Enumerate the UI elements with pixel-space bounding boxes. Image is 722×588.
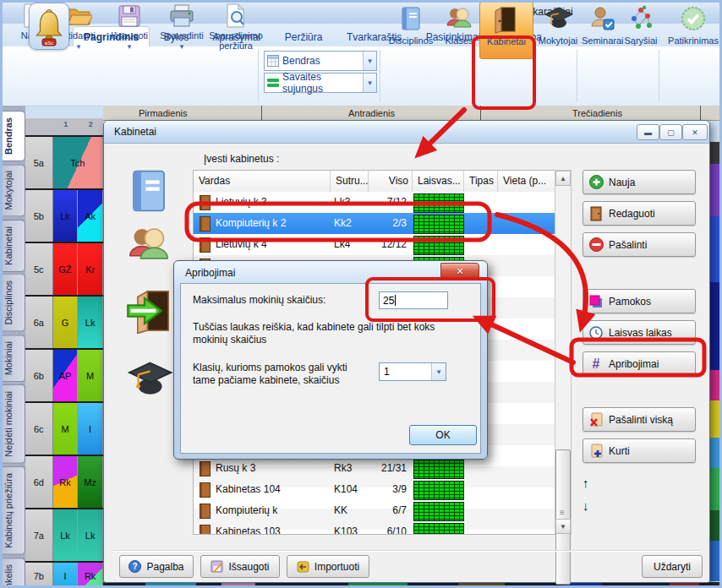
sidebar-tab-disciplinos[interactable]: Disciplinos xyxy=(3,274,25,332)
grid-cell[interactable]: I xyxy=(53,563,79,588)
seminarai-button[interactable]: Seminarai xyxy=(582,2,622,46)
ok-button[interactable]: OK xyxy=(409,425,477,445)
backdrop-bottom-strip xyxy=(103,582,719,588)
pasalinti-viska-button[interactable]: Pašalinti viską xyxy=(583,407,696,432)
free-slots-grid xyxy=(413,502,464,521)
kurti-button[interactable]: Kurti xyxy=(583,438,696,463)
col-tipas[interactable]: Tipas xyxy=(464,171,498,192)
grid-cell[interactable]: I xyxy=(78,403,103,455)
pagalba-button[interactable]: ? Pagalba xyxy=(119,555,194,578)
table-row[interactable]: Lietuvių k 3 Lk3 7/12 xyxy=(194,192,555,213)
weekday-header-strip: Pirmadienis Antradienis Trečiadienis xyxy=(103,106,722,121)
sidebar-tab-neideti-mokiniai[interactable]: Neįdėti mokiniai xyxy=(3,384,25,464)
classroom-table-header: Vardas Sutru... Viso Laisvas... Tipas Vi… xyxy=(194,171,555,193)
grid-cell[interactable]: M xyxy=(53,403,79,455)
minimize-button[interactable]: ▬ xyxy=(637,124,659,140)
open-dropdown-caret-icon[interactable] xyxy=(77,41,81,51)
kabinetai-dialog-titlebar[interactable]: Kabinetai xyxy=(104,121,709,144)
pasalinti-button[interactable]: Pašalinti xyxy=(583,232,696,257)
view-select-bendras[interactable]: Bendras xyxy=(264,51,377,71)
lessons-icon xyxy=(589,295,603,308)
save-dropdown-caret-icon[interactable] xyxy=(128,41,132,51)
sidebar-tab-mokytojai[interactable]: Mokytojai xyxy=(3,164,25,216)
app-menu-button[interactable]: aSc xyxy=(29,3,69,50)
scroll-down-icon[interactable]: ▼ xyxy=(555,519,571,534)
print-dropdown-caret-icon[interactable] xyxy=(180,41,184,51)
disciplinos-button[interactable]: Disciplinos xyxy=(383,2,439,46)
sidebar-tab-bendras[interactable]: Bendras xyxy=(3,111,25,161)
move-up-icon[interactable] xyxy=(583,476,589,490)
grid-cell[interactable]: M xyxy=(78,350,103,401)
bendras-dropdown-caret-icon[interactable] xyxy=(363,52,376,70)
col-laisvas[interactable]: Laisvas... xyxy=(413,171,464,192)
classes-count-select[interactable]: 1 xyxy=(379,362,446,381)
kabinetai-button[interactable]: Kabinetai xyxy=(479,2,533,59)
col-sutrumpinimas[interactable]: Sutru... xyxy=(331,171,369,192)
category-subjects-icon[interactable] xyxy=(124,166,173,215)
grid-cell[interactable]: G xyxy=(53,297,79,348)
table-scrollbar[interactable]: ▲ ▼ xyxy=(555,170,572,535)
importuoti-button[interactable]: Importuoti xyxy=(287,555,369,578)
col-vardas[interactable]: Vardas xyxy=(194,171,331,192)
table-row[interactable]: Rusų k 3 Rk3 21/31 xyxy=(194,458,555,479)
grid-cell[interactable]: Rk xyxy=(78,563,103,588)
category-classrooms-icon[interactable] xyxy=(124,286,173,335)
people-icon xyxy=(445,5,473,32)
patikrinimas-button[interactable]: Patikrinimas xyxy=(666,2,720,46)
print-button[interactable]: Spausdinti xyxy=(156,2,208,52)
apribojimai-dialog-title: Apribojimai xyxy=(185,267,235,279)
table-row[interactable]: Kabinetas 104 K104 3/9 xyxy=(194,479,555,500)
redaguoti-button[interactable]: Redaguoti xyxy=(583,201,696,226)
sidebar-tab-kabinetai[interactable]: Kabinetai xyxy=(3,220,25,272)
apribojimai-dialog-body: Maksimalus mokinių skaičius: 25 Tuščias … xyxy=(180,283,481,454)
sidebar-tab-partial[interactable]: nkelis xyxy=(3,558,25,588)
grid-cell[interactable]: Lk xyxy=(78,297,103,348)
category-classes-icon[interactable] xyxy=(124,220,173,270)
table-row[interactable]: Kabinetas 103 K103 6/10 xyxy=(194,521,555,534)
view-select-weeks[interactable]: Savaites sujungus xyxy=(264,73,377,93)
laisvas-laikas-button[interactable]: Laisvas laikas xyxy=(583,320,696,345)
import-icon xyxy=(297,561,309,573)
sidebar-tab-kabinetu-prieziura[interactable]: Kabinetų priežiūra xyxy=(3,466,25,555)
grid-cell[interactable]: Lk xyxy=(78,509,103,561)
door-icon xyxy=(494,5,519,34)
weeks-dropdown-caret-icon[interactable] xyxy=(363,74,376,92)
grid-cell[interactable]: Ak xyxy=(78,190,103,242)
save-button[interactable]: Išsaugoti xyxy=(105,2,154,52)
grid-cell[interactable]: Lk xyxy=(53,190,79,242)
close-button[interactable]: ✕ xyxy=(682,124,708,140)
col-vieta[interactable]: Vieta (p... xyxy=(498,171,555,192)
col-viso[interactable]: Viso xyxy=(369,171,413,192)
tab-perziura[interactable]: Peržiūra xyxy=(275,27,333,46)
grid-cell[interactable]: Tch xyxy=(53,137,103,188)
move-down-icon[interactable] xyxy=(583,498,589,513)
scrollbar-thumb[interactable] xyxy=(555,449,571,585)
grid-cell[interactable]: Rk xyxy=(53,456,79,508)
category-teachers-icon[interactable] xyxy=(124,354,173,403)
klases-button[interactable]: Klasės xyxy=(440,2,478,46)
grid-cell[interactable]: AP xyxy=(53,350,79,401)
table-row-selected[interactable]: Kompiuterių k 2 Kk2 2/3 xyxy=(194,213,555,234)
grid-cell[interactable]: GŽ xyxy=(53,243,79,295)
mokytojai-button[interactable]: Mokytojai xyxy=(533,2,583,46)
issaugoti-button[interactable]: Išsaugoti xyxy=(200,555,280,578)
nauja-button[interactable]: Nauja xyxy=(583,170,696,194)
table-row[interactable]: Lietuvių k 4 Lk4 12/12 xyxy=(194,234,555,255)
printer-icon xyxy=(168,4,195,28)
maximize-button[interactable]: ▢ xyxy=(659,124,682,140)
max-students-input[interactable]: 25 xyxy=(379,291,448,309)
sarysiai-button[interactable]: Sąryšiai xyxy=(623,2,659,46)
grid-cell[interactable]: Lk xyxy=(53,509,79,561)
grid-cell[interactable]: Kr xyxy=(78,243,103,295)
sidebar-tab-mokiniai[interactable]: Mokiniai xyxy=(3,335,25,382)
table-row[interactable]: Kompiuterių k KK 6/7 xyxy=(194,500,555,521)
free-slots-grid xyxy=(413,193,464,213)
print-preview-button[interactable]: Spausdinimo peržiūra xyxy=(208,2,264,51)
pamokos-button[interactable]: Pamokos xyxy=(583,289,696,313)
apribojimai-close-button[interactable]: ✕ xyxy=(440,263,479,280)
uzdaryti-button[interactable]: Uždaryti xyxy=(642,555,703,578)
grid-cell[interactable]: Mz xyxy=(78,456,103,508)
book-icon xyxy=(400,6,422,31)
apribojimai-button[interactable]: # Apribojimai xyxy=(583,351,696,376)
scroll-up-icon[interactable]: ▲ xyxy=(555,171,571,186)
